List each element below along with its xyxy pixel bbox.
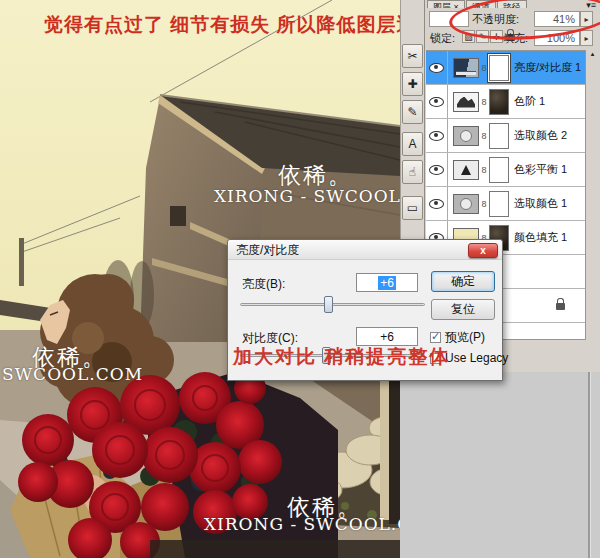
close-icon[interactable]: x (468, 243, 498, 258)
eye-icon (429, 131, 444, 141)
color-balance-thumb[interactable] (453, 160, 479, 180)
watermark-center-latin: XIRONG - SWCOOL.COM (214, 186, 400, 206)
layer-mask-thumb[interactable] (489, 89, 509, 115)
layer-mask-thumb[interactable] (489, 191, 509, 217)
dialog-titlebar[interactable]: 亮度/对比度 (228, 240, 502, 260)
visibility-toggle[interactable] (426, 85, 448, 118)
brightness-slider-thumb[interactable] (324, 296, 333, 313)
fill-value[interactable]: 100% (534, 30, 580, 46)
layer-list-scrollbar[interactable]: ▴ (586, 50, 599, 340)
background-lock-icon (556, 303, 565, 310)
link-icon (479, 199, 489, 209)
brush-tool[interactable]: ✎ (402, 100, 423, 124)
panel-menu-icon[interactable]: ▾≡ (586, 0, 596, 10)
annotation-top-note: 觉得有点过了 细节有损失 所以降低图层透明度 (44, 12, 400, 38)
brightness-contrast-thumb[interactable] (453, 58, 479, 78)
scroll-up-icon[interactable]: ▴ (591, 50, 595, 57)
annotation-dialog-note: 加大对比 稍稍提亮整体 (233, 344, 450, 370)
levels-thumb[interactable] (453, 92, 479, 112)
ok-button[interactable]: 确定 (431, 271, 495, 292)
layer-mask-thumb[interactable] (489, 55, 509, 81)
layer-row-color-balance[interactable]: 色彩平衡 1 (426, 153, 585, 187)
type-tool[interactable]: A (402, 132, 423, 156)
lock-row: 锁定: ▨✎✛ 填充: 100% ▸ (425, 29, 600, 47)
legacy-label: Use Legacy (445, 351, 508, 365)
healing-brush-tool[interactable]: ✚ (402, 72, 423, 96)
layer-row-selective-color-1[interactable]: 选取颜色 1 (426, 187, 585, 221)
layer-label: 选取颜色 1 (514, 196, 567, 211)
tab-channels[interactable]: 通道 (466, 0, 496, 8)
workspace-background (400, 372, 600, 558)
hand-tool[interactable]: ☝ (402, 160, 423, 184)
visibility-toggle[interactable] (426, 51, 448, 84)
lock-pixels-icon[interactable]: ✎ (476, 30, 489, 43)
watermark-left-latin: SWCOOL.COM (2, 364, 143, 384)
lock-transparency-icon[interactable]: ▨ (462, 30, 475, 43)
layer-label: 色阶 1 (514, 94, 545, 109)
opacity-dropdown-icon[interactable]: ▸ (580, 11, 593, 27)
eye-icon (429, 199, 444, 209)
layer-row-selective-color-2[interactable]: 选取颜色 2 (426, 119, 585, 153)
layer-mask-thumb[interactable] (489, 157, 509, 183)
layer-mask-thumb[interactable] (489, 123, 509, 149)
dialog-title: 亮度/对比度 (236, 243, 299, 257)
layer-label: 亮度/对比度 1 (514, 60, 581, 75)
brightness-label: 亮度(B): (242, 276, 285, 293)
opacity-row: 不透明度: 41% ▸ (425, 10, 600, 28)
eye-icon (429, 165, 444, 175)
tab-paths[interactable]: 路径 (497, 0, 527, 8)
link-icon (479, 131, 489, 141)
layer-row-brightness-contrast[interactable]: 亮度/对比度 1 (426, 51, 585, 85)
link-icon (479, 97, 489, 107)
layer-row-levels[interactable]: 色阶 1 (426, 85, 585, 119)
shape-tool[interactable]: ▭ (402, 196, 423, 220)
panel-tabs: 图层 ×通道路径 (427, 0, 528, 8)
selective-color-thumb[interactable] (453, 126, 479, 146)
visibility-toggle[interactable] (426, 119, 448, 152)
watermark-bottom-latin: XIRONG - SWCOOL.COM (204, 514, 400, 534)
opacity-label: 不透明度: (472, 12, 519, 27)
eye-icon (429, 63, 444, 73)
blend-mode-select[interactable] (429, 11, 469, 27)
lock-label: 锁定: (430, 31, 455, 46)
tab-layers[interactable]: 图层 × (427, 0, 465, 8)
preview-label: 预览(P) (445, 330, 485, 344)
selective-color-thumb[interactable] (453, 194, 479, 214)
utility-pole (19, 238, 24, 286)
reset-button[interactable]: 复位 (431, 299, 495, 320)
lock-position-icon[interactable]: ✛ (490, 30, 503, 43)
opacity-value[interactable]: 41% (534, 11, 580, 27)
crop-tool[interactable]: ✂ (402, 44, 423, 68)
preview-checkbox[interactable] (430, 332, 441, 343)
fill-dropdown-icon[interactable]: ▸ (580, 30, 593, 46)
layer-label: 选取颜色 2 (514, 128, 567, 143)
layer-label: 色彩平衡 1 (514, 162, 567, 177)
link-icon (479, 63, 489, 73)
link-icon (479, 165, 489, 175)
visibility-toggle[interactable] (426, 153, 448, 186)
fill-label: 填充: (503, 31, 528, 46)
eye-icon (429, 97, 444, 107)
brightness-input[interactable]: +6 (356, 273, 418, 292)
layer-label: 颜色填充 1 (514, 230, 567, 245)
visibility-toggle[interactable] (426, 187, 448, 220)
